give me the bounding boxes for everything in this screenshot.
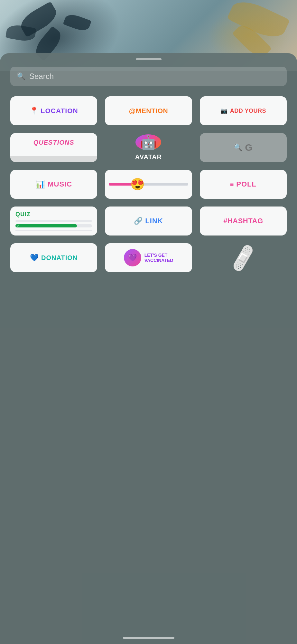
questions-sticker[interactable]: QUESTIONS	[10, 133, 97, 162]
hashtag-sticker[interactable]: #HASHTAG	[200, 207, 287, 235]
link-icon: 🔗	[134, 217, 143, 225]
home-indicator	[123, 637, 174, 639]
drag-handle[interactable]	[136, 58, 162, 60]
donation-label: DONATION	[41, 254, 78, 262]
gif-label: G	[245, 142, 253, 153]
gold-leaf-decoration	[227, 0, 290, 43]
mention-label: @MENTION	[129, 107, 168, 115]
quiz-bar-empty2	[15, 230, 92, 231]
add-yours-label: ADD YOURS	[230, 108, 266, 114]
leaf-decoration	[63, 12, 92, 33]
donation-sticker[interactable]: 💙 DONATION	[10, 243, 97, 272]
quiz-label: QUIZ	[15, 211, 31, 218]
music-sticker[interactable]: 📊 MUSIC	[10, 170, 97, 199]
quiz-bar-active-wrap: ✓	[15, 224, 92, 227]
avatar-face-icon: 🤖	[140, 134, 157, 150]
quiz-sticker[interactable]: QUIZ ✓	[10, 207, 97, 235]
bandaid-sticker[interactable]: 🩹	[200, 243, 287, 272]
location-label: LOCATION	[41, 107, 78, 115]
bandaid-icon: 🩹	[228, 244, 258, 271]
poll-icon: ≡	[230, 181, 234, 188]
sticker-picker-sheet: 🔍 📍 LOCATION @MENTION 📷 ADD YOURS QUESTI…	[0, 53, 297, 644]
avatar-icon: 🤖	[135, 134, 161, 150]
search-icon: 🔍	[17, 72, 25, 81]
donation-icon: 💙	[30, 254, 39, 262]
quiz-check-icon: ✓	[17, 224, 20, 228]
avatar-sticker[interactable]: 🤖 AVATAR	[105, 133, 192, 162]
vaccinated-line1: LET'S GET	[144, 253, 173, 258]
poll-label: POLL	[236, 180, 256, 188]
emoji-slider-sticker[interactable]: 😍	[105, 170, 192, 199]
link-sticker[interactable]: 🔗 LINK	[105, 207, 192, 235]
avatar-label: AVATAR	[135, 153, 162, 161]
search-input[interactable]	[29, 72, 280, 81]
hashtag-label: #HASHTAG	[223, 217, 263, 225]
vaccinated-line2: VACCINATED	[144, 258, 173, 263]
location-icon: 📍	[30, 107, 38, 115]
vaccinated-icon: 💜	[124, 249, 141, 266]
quiz-bar-active: ✓	[15, 224, 77, 227]
questions-shadow	[10, 156, 97, 162]
poll-sticker[interactable]: ≡ POLL	[200, 170, 287, 199]
heart-icon: 💜	[128, 254, 137, 262]
music-label: MUSIC	[48, 180, 72, 188]
music-bars-icon: 📊	[35, 180, 45, 189]
sticker-grid: 📍 LOCATION @MENTION 📷 ADD YOURS QUESTION…	[0, 96, 297, 272]
vaccinated-sticker[interactable]: 💜 LET'S GET VACCINATED	[105, 243, 192, 272]
link-label: LINK	[145, 217, 163, 225]
search-bar[interactable]: 🔍	[10, 67, 287, 86]
gif-search-icon: 🔍	[234, 143, 242, 152]
slider-emoji: 😍	[130, 178, 145, 191]
camera-icon: 📷	[220, 107, 227, 114]
vaccinated-text-wrap: LET'S GET VACCINATED	[144, 253, 173, 263]
mention-sticker[interactable]: @MENTION	[105, 96, 192, 125]
location-sticker[interactable]: 📍 LOCATION	[10, 96, 97, 125]
gif-search-sticker[interactable]: 🔍 G	[200, 133, 287, 162]
slider-track: 😍	[109, 183, 188, 186]
questions-label: QUESTIONS	[33, 139, 74, 146]
quiz-bar-empty	[15, 220, 92, 222]
add-yours-sticker[interactable]: 📷 ADD YOURS	[200, 96, 287, 125]
